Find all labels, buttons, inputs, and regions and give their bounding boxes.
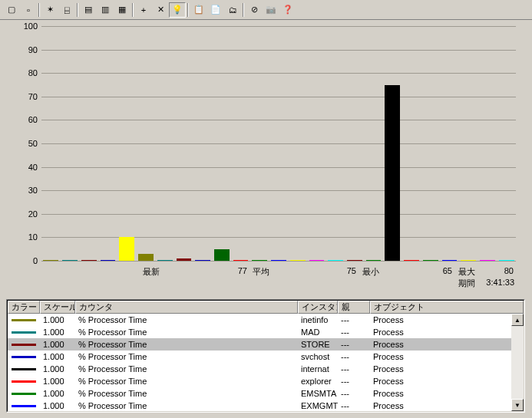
scrollbar[interactable]: ▲ ▼: [511, 314, 524, 411]
cell-counter: % Processor Time: [75, 352, 298, 361]
table-row[interactable]: 1.000% Processor Timeinetinfo---Process: [8, 314, 524, 326]
chart-bar: [62, 260, 78, 261]
cell-counter: % Processor Time: [75, 377, 298, 386]
toolbar-separator: [77, 3, 78, 17]
legend-table: カラー⋮ スケール⋮ カウンタ インスタン...⋮ 親 オブジェクト 1.000…: [6, 299, 525, 413]
y-tick-label: 10: [12, 232, 38, 242]
cell-scale: 1.000: [40, 340, 75, 349]
chart-bars: [41, 26, 516, 261]
delete-icon[interactable]: ✕: [152, 2, 169, 18]
header-instance[interactable]: インスタン...⋮: [298, 301, 338, 314]
scroll-down-icon[interactable]: ▼: [511, 399, 524, 411]
toolbar-separator: [132, 3, 134, 17]
chart-bar: [177, 258, 192, 261]
color-swatch: [12, 368, 36, 370]
view-log-icon[interactable]: ⌸: [58, 2, 75, 18]
cell-instance: internat: [298, 364, 338, 374]
chart-bar: [423, 260, 438, 261]
cell-instance: EXMGMT: [298, 401, 338, 410]
table-row[interactable]: 1.000% Processor Timesvchost---Process: [8, 351, 524, 363]
header-counter[interactable]: カウンタ: [75, 301, 298, 314]
y-tick-label: 90: [12, 45, 38, 54]
scroll-track[interactable]: [511, 326, 524, 399]
cell-counter: % Processor Time: [75, 340, 298, 349]
cell-instance: inetinfo: [298, 315, 338, 324]
scroll-up-icon[interactable]: ▲: [511, 314, 524, 326]
cell-object: Process: [370, 364, 524, 374]
header-color[interactable]: カラー⋮: [8, 301, 40, 314]
cell-object: Process: [370, 340, 524, 349]
chart-bar: [328, 260, 343, 261]
freeze-icon[interactable]: ⊘: [246, 2, 263, 18]
chart-bar: [252, 260, 267, 261]
cell-instance: explorer: [298, 377, 338, 386]
cell-scale: 1.000: [40, 352, 75, 361]
table-row[interactable]: 1.000% Processor Timeexplorer---Process: [8, 375, 524, 387]
properties-icon[interactable]: 🗂: [224, 2, 241, 18]
chart-bar: [461, 260, 476, 261]
copy-icon[interactable]: 📋: [190, 2, 207, 18]
y-tick-label: 70: [12, 92, 38, 101]
cell-counter: % Processor Time: [75, 315, 298, 324]
cell-scale: 1.000: [40, 327, 75, 337]
cell-object: Process: [370, 327, 524, 337]
stat-min-value: 65: [421, 266, 452, 275]
cell-parent: ---: [338, 327, 370, 337]
stat-max-label: 最大: [458, 266, 475, 278]
update-icon: 📷: [263, 2, 279, 18]
cell-scale: 1.000: [40, 315, 75, 324]
view-current-icon[interactable]: ✶: [41, 2, 58, 18]
toolbar-separator: [187, 3, 189, 17]
chart-bar: [404, 260, 419, 261]
cell-object: Process: [370, 389, 524, 398]
table-row[interactable]: 1.000% Processor TimeSTORE---Process: [8, 338, 524, 351]
color-swatch: [12, 405, 36, 407]
chart-bar: [271, 260, 286, 261]
cell-counter: % Processor Time: [75, 401, 298, 410]
table-row[interactable]: 1.000% Processor TimeEMSMTA---Process: [8, 387, 524, 400]
cell-parent: ---: [338, 401, 370, 410]
chart-icon[interactable]: ▤: [80, 2, 97, 18]
legend-header: カラー⋮ スケール⋮ カウンタ インスタン...⋮ 親 オブジェクト: [8, 301, 524, 314]
chart-bar: [43, 260, 58, 261]
stat-duration-value: 3:41:33: [474, 278, 514, 287]
y-tick-label: 0: [12, 256, 38, 265]
chart-bar: [214, 249, 230, 261]
header-parent[interactable]: 親: [338, 301, 370, 314]
highlight-icon[interactable]: 💡: [169, 2, 186, 18]
chart-bar: [480, 260, 495, 261]
histogram-icon[interactable]: ▥: [97, 2, 114, 18]
stat-avg-value: 75: [325, 266, 356, 275]
cell-parent: ---: [338, 364, 370, 374]
y-tick-label: 100: [12, 21, 38, 31]
chart-bar: [290, 260, 306, 261]
table-row[interactable]: 1.000% Processor TimeEXMGMT---Process: [8, 400, 524, 411]
chart-bar: [195, 260, 210, 261]
paste-icon[interactable]: 📄: [207, 2, 224, 18]
clear-display-icon[interactable]: ▫: [20, 2, 37, 18]
report-icon[interactable]: ▦: [114, 2, 131, 18]
cell-object: Process: [370, 401, 524, 410]
cell-object: Process: [370, 377, 524, 386]
header-scale[interactable]: スケール⋮: [40, 301, 75, 314]
chart-bar: [309, 260, 325, 261]
cell-instance: STORE: [298, 340, 338, 349]
legend-body: 1.000% Processor Timeinetinfo---Process1…: [8, 314, 524, 411]
y-tick-label: 80: [12, 68, 38, 77]
stat-duration-label: 期間: [458, 278, 475, 289]
cell-parent: ---: [338, 315, 370, 324]
new-counter-set-icon[interactable]: ▢: [3, 2, 20, 18]
chart-bar: [233, 260, 249, 261]
chart-bar: [157, 260, 173, 261]
color-swatch: [12, 393, 36, 395]
cell-parent: ---: [338, 352, 370, 361]
header-object[interactable]: オブジェクト: [370, 301, 524, 314]
chart-bar: [366, 260, 382, 261]
table-row[interactable]: 1.000% Processor TimeMAD---Process: [8, 326, 524, 338]
toolbar-separator: [243, 3, 244, 17]
help-icon[interactable]: ❓: [279, 2, 296, 18]
chart-bar: [442, 260, 458, 261]
cell-object: Process: [370, 352, 524, 361]
table-row[interactable]: 1.000% Processor Timeinternat---Process: [8, 363, 524, 375]
add-icon[interactable]: +: [135, 2, 152, 18]
